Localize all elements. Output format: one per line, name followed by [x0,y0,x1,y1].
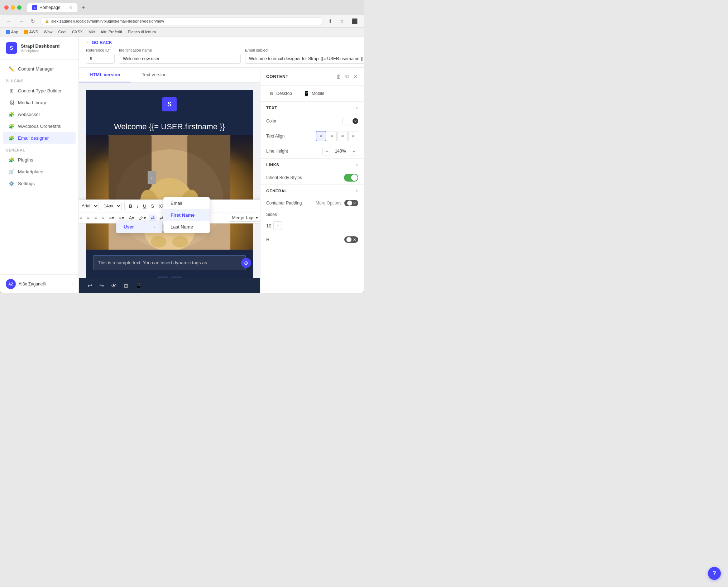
ref-id-input[interactable] [86,54,115,64]
desktop-view-button[interactable]: ⊞ [123,282,130,290]
right-panel: CONTENT 🗑 ⧉ ✕ 🖥 Desktop 📱 [260,68,364,293]
more-options-toggle[interactable]: ✕ [344,200,358,206]
forward-button[interactable]: → [16,18,26,25]
italic-button[interactable]: I [135,202,140,210]
bookmark-altri[interactable]: Altri Preferiti [99,29,124,35]
id-name-input[interactable] [119,54,241,64]
sidebar-item-websocker[interactable]: 🧩 websocker [3,109,76,120]
line-height-control: − 140% + [322,147,358,155]
align-justify-button[interactable]: ≡ [100,214,106,222]
general-section-header[interactable]: GENERAL ∧ [260,185,364,197]
color-remove-button[interactable]: ✕ [353,118,358,124]
mobile-option[interactable]: 📱 Mobile [301,89,327,98]
redo-button[interactable]: ↪ [98,281,105,290]
line-height-value: 140% [333,149,348,154]
bookmark-mkt[interactable]: Mkt [87,29,96,35]
color-swatch[interactable] [343,117,351,125]
undo-button[interactable]: ↩ [86,281,94,290]
browser-toolbar: ← → ↻ 🔒 alex.zaganelli.localdev/admin/pl… [0,15,364,28]
desktop-option[interactable]: 🖥 Desktop [266,89,295,98]
app-container: S Strapi Dashboard Workplace ✏️ Content … [0,37,364,293]
close-panel-button[interactable]: ✕ [353,73,358,80]
strikethrough-button[interactable]: S [149,202,156,210]
cursor-icon-btn[interactable]: ⊕ [241,258,251,268]
text-editor-area[interactable]: This is a sample text. You can insert dy… [93,255,246,270]
browser-tab[interactable]: S Homepage ✕ [27,3,77,12]
bookmark-aws[interactable]: AWS [23,29,40,35]
merge-tag-last-name[interactable]: Last Name [163,221,210,233]
sidebar-item-settings[interactable]: ⚙️ Settings [3,178,76,189]
sidebar-item-media-library[interactable]: 🖼 Media Library [3,97,76,108]
bookmark-elenco[interactable]: Elenco di lettura [126,29,158,35]
editor-main: HTML version Text version S [79,68,260,293]
links-section-header[interactable]: LINKS ∧ [260,159,364,171]
inherit-body-row: Inherit Body Styles [260,171,364,184]
star-button[interactable]: ☆ [337,18,346,25]
merge-tag-email[interactable]: Email [163,197,210,209]
sidebar-item-email-designer[interactable]: 🧩 Email designer [3,132,76,144]
new-tab-button[interactable]: + [82,4,85,11]
maximize-dot[interactable] [17,5,21,10]
font-size-select[interactable]: 14px [100,202,122,210]
bold-button[interactable]: B [127,202,134,210]
tab-html-version[interactable]: HTML version [79,68,131,82]
line-height-decrease[interactable]: − [322,147,331,155]
delete-panel-button[interactable]: 🗑 [335,73,342,80]
align-left-button[interactable]: ≡ [79,214,84,222]
inherit-body-toggle[interactable] [344,174,358,182]
hide-toggle[interactable]: ✕ [344,236,358,243]
sidebar-item-content-manager[interactable]: ✏️ Content Manager [3,63,76,74]
user-name: Al3x Zaganelli [19,282,46,287]
merge-tag-first-name[interactable]: First Name [163,209,210,221]
font-family-select[interactable]: Arial [79,202,99,210]
refresh-button[interactable]: ↻ [29,18,37,25]
underline-button[interactable]: U [141,202,148,210]
close-dot[interactable] [4,5,9,10]
collapse-panel-arrow[interactable]: › [148,171,156,184]
tab-close-btn[interactable]: ✕ [69,5,72,10]
extensions-button[interactable]: ⬛ [349,18,360,25]
align-right-button[interactable]: ≡ [92,214,99,222]
preview-button[interactable]: 👁 [110,281,118,290]
align-right-btn[interactable]: ≡ [337,131,348,141]
minimize-dot[interactable] [11,5,15,10]
line-height-increase[interactable]: + [350,147,358,155]
more-options-row: More Options ✕ [316,200,358,206]
editor-canvas: S Welcome {{= USER.firstname }} [79,83,260,293]
bookmark-apps[interactable]: App [4,29,20,35]
merge-tags-button[interactable]: Merge Tags ▾ [229,214,260,222]
share-button[interactable]: ⬆ [326,18,335,25]
align-justify-btn[interactable]: ≡ [348,131,358,141]
duplicate-panel-button[interactable]: ⧉ [345,73,350,80]
tab-text-version[interactable]: Text version [131,68,177,82]
desktop-label: Desktop [276,91,292,96]
editor-area: HTML version Text version S [79,68,364,293]
merge-tags-user-item[interactable]: User › [116,221,162,233]
bookmark-cxsx[interactable]: CXSX [71,29,84,35]
email-option: Email [171,201,182,206]
align-left-btn[interactable]: ≡ [316,131,326,141]
bookmark-wow[interactable]: Wow [42,29,54,35]
address-bar[interactable]: 🔒 alex.zaganelli.localdev/admin/plugins/… [40,17,323,25]
first-name-option: First Name [171,212,195,218]
sidebar-item-content-type-builder[interactable]: ⊞ Content-Type Builder [3,85,76,96]
ref-id-label: Reference ID* [86,48,115,52]
merge-tags-submenu: Email First Name Last Name [163,197,210,233]
sidebar-footer[interactable]: AZ Al3x Zaganelli ‹ [0,274,78,293]
sidebar-item-plugins[interactable]: 🧩 Plugins [3,154,76,165]
align-center-button[interactable]: ≡ [85,214,92,222]
links-section: LINKS ∧ Inherit Body Styles [260,159,364,185]
email-subject-input[interactable] [245,54,364,64]
back-button[interactable]: ← [4,18,14,25]
mobile-view-button[interactable]: 📱 [134,282,143,290]
unordered-list-button[interactable]: ≡▾ [107,214,116,222]
links-section-title: LINKS [266,163,279,167]
text-section-header[interactable]: TEXT ∧ [260,102,364,114]
align-center-btn[interactable]: ≡ [327,131,337,141]
sides-increase[interactable]: + [273,221,282,230]
bookmark-cool[interactable]: Cool [57,29,68,35]
back-link[interactable]: ← GO BACK [86,40,364,45]
sidebar-item-marketplace[interactable]: 🛒 Marketplace [3,166,76,177]
panel-title: CONTENT [266,74,288,79]
sidebar-item-wacolous[interactable]: 🧩 WAcolous Orchestral [3,120,76,132]
